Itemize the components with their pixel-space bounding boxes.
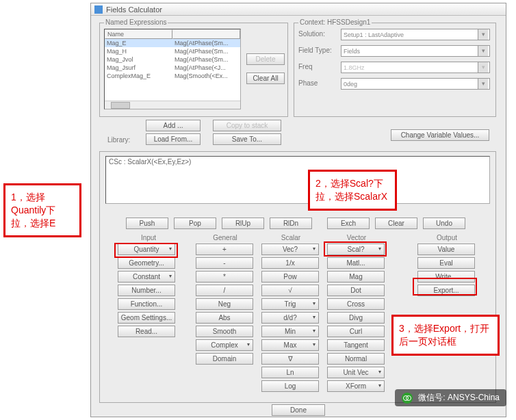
list-row[interactable]: ComplexMag_EMag(Smooth(<Ex... — [105, 72, 240, 80]
save-to-button[interactable]: Save To... — [213, 133, 281, 145]
export-button[interactable]: Export... — [417, 285, 475, 296]
col-expr[interactable] — [172, 29, 240, 39]
clear-all-button[interactable]: Clear All — [246, 73, 285, 84]
field-type-label: Field Type: — [298, 47, 332, 54]
copy-to-stack-button: Copy to stack — [213, 120, 281, 131]
trig-button[interactable]: Trig — [261, 298, 319, 310]
solution-combo[interactable]: Setup1 : LastAdaptive — [341, 29, 490, 40]
read-button[interactable]: Read... — [118, 326, 175, 337]
phase-label: Phase — [298, 79, 318, 87]
change-variable-values-button[interactable]: Change Variable Values... — [391, 129, 489, 141]
context-frame: Context: HFSSDesign1 Solution: Setup1 : … — [294, 23, 496, 117]
mult-button[interactable]: * — [196, 271, 253, 283]
value-button[interactable]: Value — [417, 244, 475, 255]
list-row[interactable]: Mag_JsurfMag(AtPhase(<J... — [105, 64, 240, 72]
minus-button[interactable]: - — [196, 257, 253, 269]
library-label: Library: — [107, 136, 130, 144]
ddt-button[interactable]: d/d? — [261, 312, 319, 324]
geometry-button[interactable]: Geometry... — [118, 257, 175, 269]
abs-button[interactable]: Abs — [196, 312, 253, 324]
named-expressions-frame: Named Expressions Name Mag_EMag(AtPhase(… — [99, 23, 288, 117]
clear-button[interactable]: Clear — [375, 218, 417, 229]
scrollbar-horizontal[interactable] — [105, 101, 240, 109]
push-button[interactable]: Push — [126, 218, 168, 229]
pop-button[interactable]: Pop — [174, 218, 216, 229]
titlebar: Fields Calculator — [91, 3, 506, 16]
callout-2: 2，选择Scal?下拉，选择ScalarX — [308, 170, 397, 211]
complex-button[interactable]: Complex — [196, 339, 253, 351]
col-general: General — [194, 234, 256, 241]
tangent-button[interactable]: Tangent — [327, 339, 385, 351]
sqrt-button[interactable]: √ — [261, 285, 319, 296]
ln-button[interactable]: Ln — [261, 367, 319, 378]
col-scalar: Scalar — [260, 234, 322, 241]
scal-button[interactable]: Scal? — [327, 244, 385, 255]
dot-button[interactable]: Dot — [327, 285, 385, 296]
plus-button[interactable]: + — [196, 244, 253, 255]
inv-button[interactable]: 1/x — [261, 257, 319, 269]
stack-frame: CSc : ScalarX(<Ex,Ey,Ez>) Push Pop RlUp … — [99, 151, 496, 403]
stack-top-entry: CSc : ScalarX(<Ex,Ey,Ez>) — [109, 158, 191, 166]
stack-listbox[interactable]: CSc : ScalarX(<Ex,Ey,Ez>) — [105, 156, 490, 204]
quantity-button[interactable]: Quantity — [118, 244, 175, 255]
vec-button[interactable]: Vec? — [261, 244, 319, 255]
callout-1: 1，选择Quantily下拉，选择E — [3, 183, 81, 237]
geom-settings-button[interactable]: Geom Settings... — [118, 312, 175, 324]
col-vector: Vector — [326, 234, 387, 241]
normal-button[interactable]: Normal — [327, 353, 385, 365]
freq-combo[interactable]: 1.8GHz — [341, 62, 490, 73]
smooth-button[interactable]: Smooth — [196, 326, 253, 337]
solution-label: Solution: — [298, 30, 325, 38]
unitvec-button[interactable]: Unit Vec — [327, 367, 385, 378]
matl-button[interactable]: Matl... — [327, 257, 385, 269]
col-output: Output — [416, 234, 478, 241]
field-type-combo[interactable]: Fields — [341, 45, 490, 57]
rlup-button[interactable]: RlUp — [222, 218, 264, 229]
eval-button[interactable]: Eval — [417, 257, 475, 269]
callout-3: 3，选择Export，打开后一页对话框 — [391, 315, 500, 356]
list-row[interactable]: Mag_HMag(AtPhase(Sm... — [105, 47, 240, 55]
log-button[interactable]: Log — [261, 380, 319, 392]
max-button[interactable]: Max — [261, 339, 319, 351]
add-button[interactable]: Add ... — [146, 120, 201, 131]
mag-button[interactable]: Mag — [327, 271, 385, 283]
list-row[interactable]: Mag_JvolMag(AtPhase(Sm... — [105, 55, 240, 64]
cross-button[interactable]: Cross — [327, 298, 385, 310]
exch-button[interactable]: Exch — [327, 218, 370, 229]
load-from-button[interactable]: Load From... — [146, 133, 201, 145]
named-expressions-list[interactable]: Name Mag_EMag(AtPhase(Sm... Mag_HMag(AtP… — [104, 29, 241, 109]
xform-button[interactable]: XForm — [327, 380, 385, 392]
context-label: Context: HFSSDesign1 — [298, 18, 372, 26]
window-title: Fields Calculator — [106, 5, 162, 14]
min-button[interactable]: Min — [261, 326, 319, 337]
watermark: 微信号: ANSYS-China — [395, 389, 506, 406]
pow-button[interactable]: Pow — [261, 271, 319, 283]
divg-button[interactable]: Divg — [327, 312, 385, 324]
curl-button[interactable]: Curl — [327, 326, 385, 337]
number-button[interactable]: Number... — [118, 285, 175, 296]
delete-button: Delete — [246, 53, 285, 65]
grad-button[interactable]: ∇ — [261, 353, 319, 365]
domain-button[interactable]: Domain — [196, 353, 253, 365]
div-button[interactable]: / — [196, 285, 253, 296]
undo-button[interactable]: Undo — [423, 218, 465, 229]
phase-combo[interactable]: 0deg — [341, 78, 490, 90]
named-expressions-label: Named Expressions — [104, 18, 168, 26]
app-icon — [94, 5, 103, 14]
done-button[interactable]: Done — [272, 404, 325, 416]
col-input: Input — [118, 234, 179, 241]
freq-label: Freq — [298, 63, 313, 70]
neg-button[interactable]: Neg — [196, 298, 253, 310]
wechat-icon — [402, 393, 413, 404]
function-button[interactable]: Function... — [118, 298, 175, 310]
col-name[interactable]: Name — [105, 29, 172, 39]
rldn-button[interactable]: RlDn — [270, 218, 312, 229]
list-row[interactable]: Mag_EMag(AtPhase(Sm... — [105, 39, 240, 47]
write-button[interactable]: Write... — [417, 271, 475, 283]
constant-button[interactable]: Constant — [118, 271, 175, 283]
